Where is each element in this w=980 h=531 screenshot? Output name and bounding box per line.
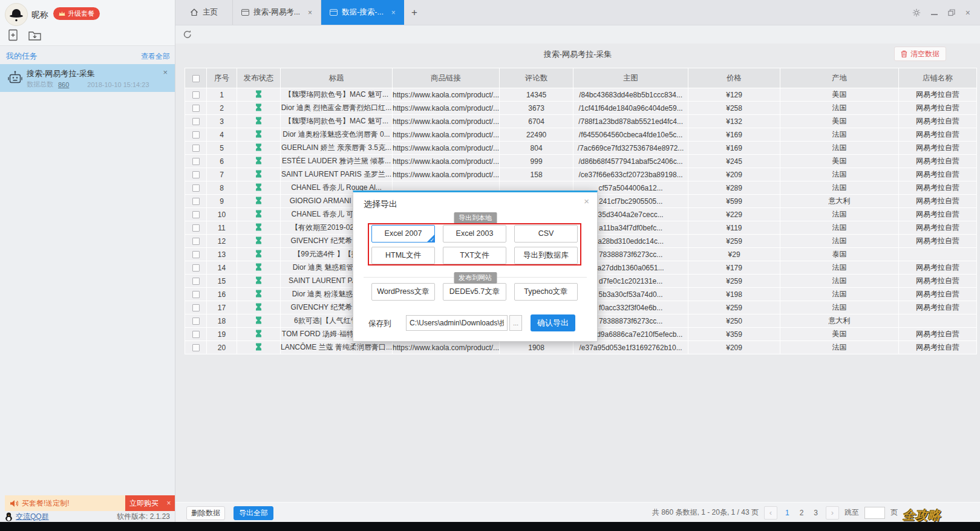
tab-search-task[interactable]: 搜索-网易考... × <box>233 0 321 25</box>
row-checkbox[interactable] <box>192 171 200 178</box>
cell-price: ¥119 <box>688 221 780 235</box>
cell-publish-status <box>237 115 281 128</box>
row-checkbox[interactable] <box>192 224 200 232</box>
close-icon[interactable]: × <box>163 495 175 511</box>
column-header[interactable]: 产地 <box>780 68 899 88</box>
page-number-button[interactable]: 3 <box>811 509 820 517</box>
row-checkbox[interactable] <box>192 291 200 298</box>
export-option-csv[interactable]: CSV <box>514 225 578 243</box>
publish-option-wordpress[interactable]: WordPress文章 <box>371 283 435 301</box>
task-item[interactable]: 搜索-网易考拉-采集 × 数据总数 860 2018-10-10 15:14:2… <box>0 64 175 92</box>
cell-row-number: 15 <box>207 275 237 288</box>
hourglass-icon <box>255 330 262 337</box>
cell-origin: 美国 <box>780 88 899 102</box>
save-path-input[interactable] <box>406 315 508 331</box>
row-checkbox[interactable] <box>192 264 200 272</box>
close-icon[interactable]: × <box>391 8 396 17</box>
upgrade-package-button[interactable]: 升级套餐 <box>53 7 100 20</box>
column-header[interactable]: 商品链接 <box>393 68 500 88</box>
page-number-button[interactable]: 2 <box>797 509 806 517</box>
hourglass-icon <box>255 103 262 111</box>
row-checkbox[interactable] <box>192 331 200 338</box>
row-checkbox[interactable] <box>192 238 200 245</box>
close-icon[interactable]: × <box>308 8 312 17</box>
export-option-excel2007[interactable]: Excel 2007 ✓ <box>371 225 435 243</box>
settings-button[interactable] <box>912 8 921 17</box>
row-checkbox[interactable] <box>192 344 200 351</box>
column-header[interactable]: 主图 <box>573 68 688 88</box>
row-checkbox[interactable] <box>192 91 200 99</box>
cell-main-image: /788f1a23bd878ab5521ed4fc4... <box>573 115 688 128</box>
cell-origin: 美国 <box>780 155 899 168</box>
export-option-excel2003[interactable]: Excel 2003 <box>443 225 506 243</box>
cell-store-name <box>899 314 977 328</box>
row-checkbox[interactable] <box>192 318 200 325</box>
row-checkbox[interactable] <box>192 278 200 285</box>
minimize-button[interactable] <box>931 14 938 15</box>
row-checkbox[interactable] <box>192 211 200 218</box>
row-checkbox-cell <box>185 128 207 142</box>
column-header[interactable]: 店铺名称 <box>899 68 977 88</box>
close-icon[interactable]: × <box>163 68 168 77</box>
export-option-database[interactable]: 导出到数据库 <box>514 247 578 264</box>
tab-home[interactable]: 主页 <box>175 0 233 25</box>
cell-store-name: 网易考拉自营 <box>899 301 977 314</box>
cell-row-number: 4 <box>207 128 237 142</box>
delete-data-button[interactable]: 删除数据 <box>186 506 225 520</box>
buy-now-button[interactable]: 立即购买 <box>125 495 163 511</box>
clear-data-button[interactable]: 清空数据 <box>894 47 946 61</box>
export-option-txt[interactable]: TXT文件 <box>443 247 506 264</box>
row-checkbox[interactable] <box>192 184 200 192</box>
row-checkbox[interactable] <box>192 251 200 258</box>
refresh-button[interactable] <box>183 30 192 41</box>
export-all-button[interactable]: 导出全部 <box>234 506 273 520</box>
jump-to-label: 跳至 <box>844 507 859 518</box>
maximize-button[interactable] <box>948 9 955 16</box>
prev-page-button[interactable]: ‹ <box>764 506 777 520</box>
site-publish-section-label: 发布到网站 <box>454 272 497 284</box>
cell-main-image: /d86b68f4577941abaf5c2406c... <box>573 155 688 168</box>
export-option-html[interactable]: HTML文件 <box>371 247 435 264</box>
column-header[interactable]: 标题 <box>281 68 393 88</box>
new-tab-button[interactable]: + <box>404 7 425 19</box>
browse-button[interactable]: ... <box>509 315 522 331</box>
row-checkbox[interactable] <box>192 158 200 165</box>
confirm-export-button[interactable]: 确认导出 <box>531 314 575 331</box>
tab-data-search[interactable]: 数据-搜索-... × <box>321 0 404 25</box>
column-header[interactable]: 评论数 <box>500 68 573 88</box>
avatar[interactable] <box>5 3 28 26</box>
task-count-value[interactable]: 860 <box>58 81 69 88</box>
select-all-checkbox[interactable] <box>192 75 200 82</box>
qq-group-link[interactable]: 交流QQ群 <box>16 512 49 522</box>
table-row: 7SAINT LAURENT PARIS 圣罗兰...https://www.k… <box>185 168 977 181</box>
column-header[interactable]: 价格 <box>688 68 780 88</box>
row-checkbox[interactable] <box>192 105 200 112</box>
row-checkbox-cell <box>185 288 207 301</box>
row-checkbox[interactable] <box>192 145 200 152</box>
cell-row-number: 1 <box>207 88 237 102</box>
publish-option-typecho[interactable]: Typecho文章 <box>514 283 578 301</box>
task-group-button[interactable] <box>28 28 41 42</box>
row-checkbox[interactable] <box>192 198 200 205</box>
site-publish-options: WordPress文章 DEDEv5.7文章 Typecho文章 <box>368 283 581 301</box>
row-checkbox[interactable] <box>192 118 200 125</box>
cell-store-name: 网易考拉自营 <box>899 275 977 288</box>
view-all-link[interactable]: 查看全部 <box>141 51 170 62</box>
hourglass-icon <box>255 343 262 351</box>
page-number-button[interactable]: 1 <box>783 509 792 517</box>
clear-data-label: 清空数据 <box>910 49 939 59</box>
jump-page-input[interactable] <box>864 507 885 519</box>
row-checkbox[interactable] <box>192 131 200 138</box>
cell-price: ¥599 <box>688 195 780 208</box>
close-window-button[interactable]: × <box>965 8 970 18</box>
column-header[interactable]: 序号 <box>207 68 237 88</box>
row-checkbox[interactable] <box>192 304 200 311</box>
new-task-button[interactable] <box>6 28 19 42</box>
cell-price: ¥198 <box>688 288 780 301</box>
column-header[interactable]: 发布状态 <box>237 68 281 88</box>
next-page-button[interactable]: › <box>826 506 839 520</box>
publish-option-dede[interactable]: DEDEv5.7文章 <box>443 283 506 301</box>
close-icon[interactable]: × <box>584 196 589 206</box>
cell-store-name: 网易考拉自营 <box>899 208 977 221</box>
cell-product-link: https://www.kaola.com/product/... <box>393 115 500 128</box>
